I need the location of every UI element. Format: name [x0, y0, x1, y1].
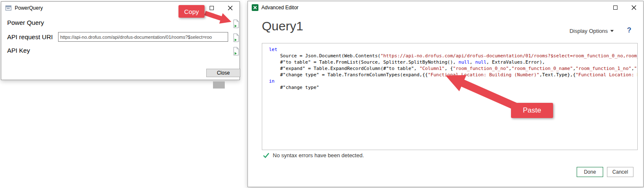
paste-callout-label: Paste: [511, 103, 553, 118]
copy-api-uri-button[interactable]: [231, 32, 241, 43]
background-window-fragment: [213, 81, 225, 89]
copy-api-key-button[interactable]: [231, 46, 241, 56]
code-area[interactable]: let Source = Json.Document(Web.Contents(…: [262, 43, 638, 150]
close-icon[interactable]: [625, 1, 643, 14]
maximize-icon[interactable]: [606, 1, 625, 14]
copy-power-query-button[interactable]: [231, 18, 241, 29]
powerquery-window-controls: [202, 2, 240, 14]
advanced-editor-window: Advanced Editor Query1 Display Options ?…: [247, 1, 644, 187]
api-key-label: API Key: [7, 47, 30, 54]
help-icon[interactable]: ?: [627, 26, 631, 35]
code-line: in: [269, 78, 637, 84]
api-request-uri-label: API request URI: [7, 33, 53, 40]
powerquery-app-icon: [5, 5, 12, 11]
checkmark-icon: [263, 153, 269, 158]
code-line: #"expand" = Table.ExpandRecordColumn(#"t…: [269, 65, 637, 72]
close-dialog-button[interactable]: Close: [206, 69, 240, 77]
copy-document-icon: [232, 33, 240, 42]
display-options-label: Display Options: [569, 28, 608, 34]
maximize-icon[interactable]: [202, 2, 221, 14]
maximize-glyph: [613, 5, 617, 10]
code-line: let: [269, 46, 637, 53]
syntax-status-text: No syntax errors have been detected.: [273, 152, 364, 158]
advanced-editor-titlebar[interactable]: Advanced Editor: [248, 1, 643, 14]
power-query-heading: Power Query: [7, 19, 44, 26]
api-request-uri-input[interactable]: [58, 32, 228, 42]
advanced-editor-window-controls: [606, 1, 643, 14]
copy-document-icon: [232, 47, 240, 56]
code-line: #"change type": [269, 84, 637, 91]
copy-document-icon: [232, 19, 240, 28]
excel-app-icon: [252, 4, 258, 11]
cancel-button[interactable]: Cancel: [607, 167, 633, 177]
display-options-dropdown[interactable]: Display Options: [569, 28, 614, 34]
code-line: Source = Json.Document(Web.Contents("htt…: [269, 53, 637, 59]
query-name-heading: Query1: [262, 19, 303, 33]
done-button[interactable]: Done: [577, 167, 603, 177]
syntax-status: No syntax errors have been detected.: [263, 152, 364, 158]
advanced-editor-window-title: Advanced Editor: [261, 5, 298, 11]
copy-callout-label: Copy: [178, 5, 205, 18]
maximize-glyph: [210, 6, 214, 10]
code-line: #"to table" = Table.FromList(Source, Spl…: [269, 59, 637, 65]
powerquery-window-title: PowerQuery: [15, 5, 43, 11]
close-icon[interactable]: [221, 2, 240, 14]
code-line: #"change type" = Table.TransformColumnTy…: [269, 72, 637, 78]
chevron-down-icon: [610, 30, 614, 32]
